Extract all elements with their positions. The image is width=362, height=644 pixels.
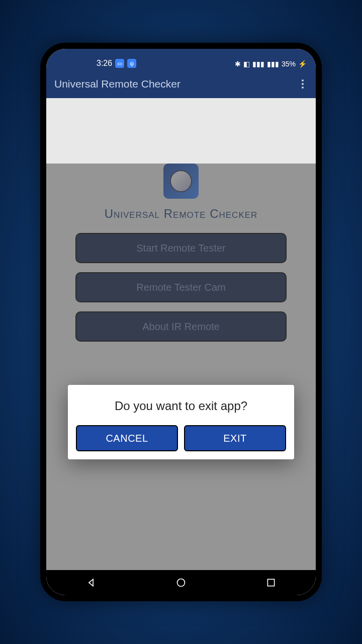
- status-bar: 3:26 ▭ ψ ✱ ◧ ▮▮▮ ▮▮▮ 35% ⚡: [46, 49, 316, 70]
- cancel-button[interactable]: CANCEL: [76, 425, 178, 451]
- recents-icon[interactable]: [266, 578, 276, 588]
- dialog-message: Do you want to exit app?: [76, 399, 286, 413]
- navigation-bar: [46, 570, 316, 595]
- bluetooth-icon: ✱: [235, 60, 241, 68]
- vibrate-icon: ◧: [243, 60, 250, 68]
- android-icon: ▭: [115, 59, 124, 68]
- exit-dialog: Do you want to exit app? CANCEL EXIT: [68, 385, 294, 459]
- svg-rect-1: [267, 579, 274, 586]
- app-title: Universal Remote Checker: [54, 78, 180, 90]
- overflow-menu-icon[interactable]: [298, 75, 308, 93]
- battery-text: 35%: [282, 60, 296, 68]
- main-content: Universal Remote Checker Start Remote Te…: [46, 164, 316, 595]
- home-icon[interactable]: [176, 578, 186, 588]
- modal-scrim[interactable]: [46, 164, 316, 595]
- exit-button[interactable]: EXIT: [184, 425, 286, 451]
- back-icon[interactable]: [86, 578, 96, 588]
- app-bar: Universal Remote Checker: [46, 70, 316, 98]
- signal-icon-2: ▮▮▮: [267, 60, 279, 68]
- status-time: 3:26: [97, 59, 112, 68]
- charging-icon: ⚡: [298, 60, 307, 68]
- device-frame: 3:26 ▭ ψ ✱ ◧ ▮▮▮ ▮▮▮ 35% ⚡ Universal Rem…: [40, 43, 322, 601]
- svg-point-0: [177, 579, 185, 587]
- screen: 3:26 ▭ ψ ✱ ◧ ▮▮▮ ▮▮▮ 35% ⚡ Universal Rem…: [46, 49, 316, 595]
- usb-icon: ψ: [127, 59, 136, 68]
- signal-icon: ▮▮▮: [252, 60, 264, 68]
